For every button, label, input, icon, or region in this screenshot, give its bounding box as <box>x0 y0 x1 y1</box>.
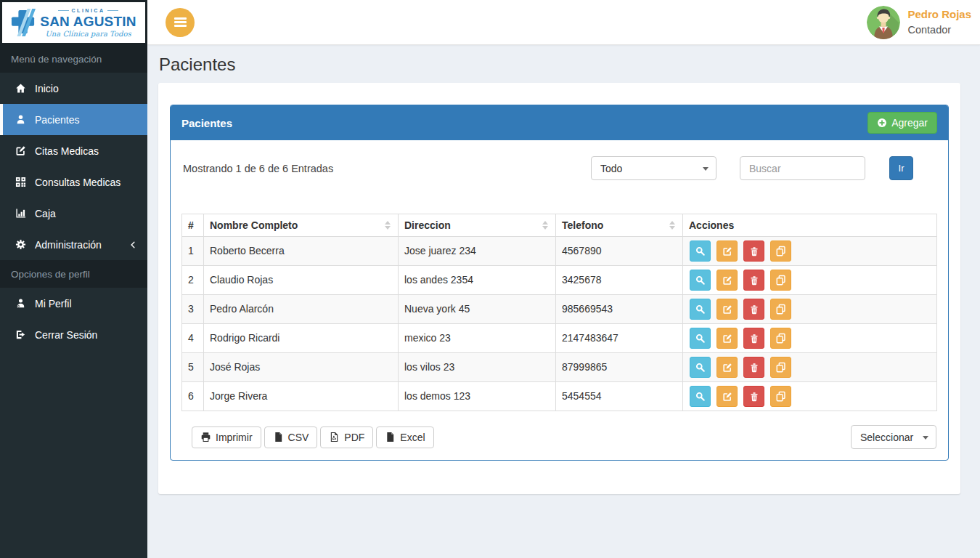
copy-icon <box>775 246 786 256</box>
go-button[interactable]: Ir <box>889 156 913 180</box>
page-title: Pacientes <box>158 45 960 83</box>
export-button-group: Imprimir CSV PDF <box>192 426 434 448</box>
user-icon <box>13 114 28 125</box>
edit-button[interactable] <box>716 328 738 349</box>
copy-button[interactable] <box>770 328 791 349</box>
delete-button[interactable] <box>743 270 764 291</box>
search-icon <box>695 275 706 286</box>
edit-button[interactable] <box>716 270 738 291</box>
panel-title: Pacientes <box>181 117 232 129</box>
gear-icon <box>13 239 28 250</box>
print-button[interactable]: Imprimir <box>192 426 261 448</box>
edit-square-icon <box>722 275 732 286</box>
column-header-phone[interactable]: Telefono <box>556 214 683 237</box>
edit-button[interactable] <box>716 299 738 320</box>
sidebar-item-administracion[interactable]: Administración <box>0 229 147 260</box>
clinic-cross-icon <box>11 9 36 36</box>
row-actions <box>683 382 937 411</box>
view-button[interactable] <box>690 240 711 262</box>
copy-icon <box>775 333 786 344</box>
delete-button[interactable] <box>743 357 764 378</box>
sidebar-item-pacientes[interactable]: Pacientes <box>0 104 147 135</box>
view-button[interactable] <box>690 328 711 349</box>
sidebar-item-cerrar-sesion[interactable]: Cerrar Sesión <box>0 319 147 350</box>
sidebar-item-caja[interactable]: Caja <box>0 198 147 229</box>
edit-button[interactable] <box>716 386 738 407</box>
patient-phone: 3425678 <box>556 266 683 295</box>
qrcode-icon <box>13 177 28 187</box>
caret-down-icon <box>923 436 928 442</box>
copy-button[interactable] <box>770 270 791 291</box>
patient-phone: 4567890 <box>556 237 683 266</box>
csv-export-button[interactable]: CSV <box>264 426 318 448</box>
table-row: 1 Roberto Becerra Jose juarez 234 456789… <box>182 237 937 266</box>
table-row: 5 José Rojas los vilos 23 87999865 <box>182 353 937 382</box>
search-input[interactable] <box>740 156 865 180</box>
delete-button[interactable] <box>743 328 764 349</box>
column-header-address[interactable]: Direccion <box>399 214 556 237</box>
view-button[interactable] <box>690 299 711 320</box>
column-header-actions: Acciones <box>683 214 937 237</box>
table-row: 4 Rodrigo Ricardi mexico 23 2147483647 <box>182 324 937 353</box>
copy-icon <box>775 304 786 315</box>
sidebar-nav-header: Menú de navegación <box>0 45 147 73</box>
view-button[interactable] <box>690 357 711 378</box>
hamburger-icon <box>174 17 187 20</box>
patient-name: José Rojas <box>204 353 399 382</box>
sidebar-item-label: Citas Medicas <box>35 145 99 157</box>
clinic-logo[interactable]: CLINICA SAN AGUSTIN Una Clínica para Tod… <box>0 0 147 45</box>
add-patient-button[interactable]: Agregar <box>867 112 937 134</box>
patient-name: Jorge Rivera <box>204 382 399 411</box>
view-button[interactable] <box>690 386 711 407</box>
sidebar-toggle-button[interactable] <box>166 8 195 37</box>
sidebar-item-label: Consultas Medicas <box>35 177 121 188</box>
patient-address: los demos 123 <box>399 382 556 411</box>
patient-name: Roberto Becerra <box>204 237 399 266</box>
table-row: 6 Jorge Rivera los demos 123 5454554 <box>182 382 937 411</box>
user-role: Contador <box>907 23 971 38</box>
search-icon <box>695 333 706 344</box>
sidebar-item-label: Administración <box>35 239 102 251</box>
brand-tagline: Una Clínica para Todos <box>45 31 131 38</box>
search-icon <box>695 362 706 373</box>
trash-icon <box>749 333 759 344</box>
row-number: 2 <box>182 266 204 295</box>
plus-circle-icon <box>877 118 887 128</box>
edit-square-icon <box>722 246 732 256</box>
edit-square-icon <box>722 333 732 344</box>
delete-button[interactable] <box>743 386 764 407</box>
sign-out-icon <box>13 329 28 340</box>
excel-export-button[interactable]: Excel <box>376 426 433 448</box>
patient-address: los andes 2354 <box>399 266 556 295</box>
row-actions <box>683 353 937 382</box>
copy-button[interactable] <box>770 299 791 320</box>
delete-button[interactable] <box>743 240 764 262</box>
sidebar-item-inicio[interactable]: Inicio <box>0 73 147 104</box>
user-avatar <box>867 6 900 39</box>
sidebar-item-citas-medicas[interactable]: Citas Medicas <box>0 135 147 166</box>
filter-select[interactable]: Todo <box>591 156 716 180</box>
copy-button[interactable] <box>770 240 791 262</box>
trash-icon <box>749 304 759 315</box>
patient-phone: 2147483647 <box>556 324 683 353</box>
table-row: 2 Claudio Rojas los andes 2354 3425678 <box>182 266 937 295</box>
content-card: Pacientes Agregar Mostrando 1 de 6 de 6 … <box>158 83 960 494</box>
bulk-action-select[interactable]: Seleccionar <box>851 425 936 449</box>
copy-button[interactable] <box>770 357 791 378</box>
pdf-export-button[interactable]: PDF <box>320 426 373 448</box>
patient-name: Rodrigo Ricardi <box>204 324 399 353</box>
file-pdf-icon <box>329 432 340 442</box>
delete-button[interactable] <box>743 299 764 320</box>
printer-icon <box>200 432 211 442</box>
view-button[interactable] <box>690 270 711 291</box>
copy-button[interactable] <box>770 386 791 407</box>
sidebar-item-consultas-medicas[interactable]: Consultas Medicas <box>0 166 147 198</box>
sidebar-item-mi-perfil[interactable]: Mi Perfil <box>0 288 147 319</box>
edit-button[interactable] <box>716 240 738 262</box>
copy-icon <box>775 362 786 373</box>
edit-button[interactable] <box>716 357 738 378</box>
user-menu[interactable]: Pedro Rojas Contador <box>867 6 971 39</box>
column-header-name[interactable]: Nombre Completo <box>204 214 399 237</box>
trash-icon <box>749 363 759 373</box>
bar-chart-icon <box>13 208 28 219</box>
